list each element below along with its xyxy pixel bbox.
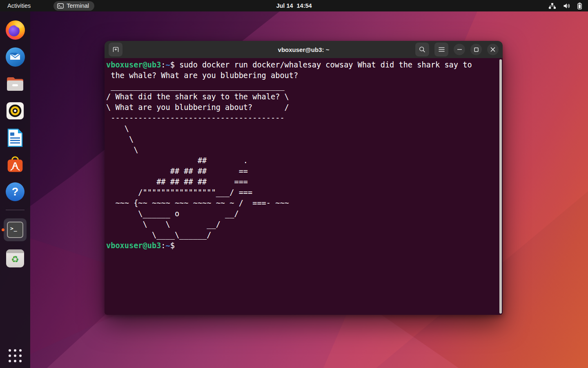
menu-button[interactable]: [434, 43, 448, 56]
files-icon: [6, 76, 24, 92]
minimize-icon: [457, 49, 462, 50]
dock-item-help[interactable]: ?: [0, 182, 30, 202]
focused-app-menu[interactable]: Terminal: [53, 1, 94, 11]
terminal-prompt-glyph: >_: [7, 222, 23, 238]
dock-item-trash[interactable]: ♻: [0, 249, 30, 268]
maximize-icon: [474, 47, 479, 52]
command-line-2: the whale? What are you blubbering about…: [106, 70, 498, 81]
command-line-1: vboxuser@ub3:~$ sudo docker run docker/w…: [106, 60, 498, 70]
command-text-wrapped: the whale? What are you blubbering about…: [106, 71, 298, 80]
dock-item-ubuntu-software[interactable]: A: [0, 155, 30, 175]
prompt-user-host: vboxuser@ub3: [106, 241, 161, 250]
maximize-button[interactable]: [470, 44, 482, 55]
terminal-scrollbar[interactable]: [499, 59, 502, 314]
prompt-path: ~: [166, 61, 170, 69]
prompt-symbol: $: [170, 241, 179, 250]
ubuntu-software-icon: A: [6, 155, 24, 174]
rhythmbox-icon: [6, 101, 24, 120]
new-tab-button[interactable]: [109, 43, 122, 56]
thunderbird-icon: [6, 47, 25, 67]
focused-app-label: Terminal: [67, 2, 89, 9]
prompt-line-end: vboxuser@ub3:~$: [106, 240, 498, 251]
volume-icon[interactable]: [563, 3, 570, 9]
terminal-app-icon: [57, 3, 64, 9]
terminal-window: vboxuser@ub3: ~ vboxuser: [105, 41, 503, 315]
battery-icon[interactable]: [577, 2, 582, 9]
new-tab-icon: [112, 46, 119, 53]
window-title: vboxuser@ub3: ~: [278, 46, 330, 53]
search-icon: [419, 46, 425, 53]
network-icon[interactable]: [548, 3, 556, 9]
terminal-output: vboxuser@ub3:~$ sudo docker run docker/w…: [106, 60, 498, 251]
dock-item-files[interactable]: [0, 74, 30, 94]
clock-time: 14:54: [297, 2, 312, 9]
show-applications-button[interactable]: [9, 349, 22, 362]
help-question-glyph: ?: [12, 186, 19, 198]
terminal-icon: >_: [4, 218, 27, 241]
prompt-colon: :: [161, 241, 165, 250]
help-icon: ?: [6, 182, 24, 201]
dock-item-thunderbird[interactable]: [0, 47, 30, 67]
prompt-user-host: vboxuser@ub3: [106, 61, 161, 69]
minimize-button[interactable]: [454, 44, 465, 55]
command-text: $ sudo docker run docker/whalesay cowsay…: [170, 61, 472, 69]
prompt-path: ~: [166, 241, 170, 250]
running-indicator-dot: [2, 229, 4, 231]
dock-item-firefox[interactable]: [0, 20, 30, 40]
system-tray[interactable]: [542, 0, 588, 11]
prompt-colon: :: [161, 61, 165, 69]
desktop: Activities Terminal Jul 14 14:54: [0, 0, 588, 368]
libreoffice-writer-icon: [7, 128, 23, 147]
recycle-glyph: ♻: [11, 255, 19, 264]
clock-date: Jul 14: [276, 2, 293, 9]
search-button[interactable]: [415, 43, 429, 56]
trash-icon: ♻: [6, 249, 24, 267]
terminal-content-area[interactable]: vboxuser@ub3:~$ sudo docker run docker/w…: [105, 58, 503, 315]
software-letter: A: [12, 160, 18, 170]
dock-item-libreoffice-writer[interactable]: [0, 128, 30, 148]
firefox-icon: [6, 20, 25, 40]
dock-separator: [6, 210, 24, 210]
top-bar: Activities Terminal Jul 14 14:54: [0, 0, 588, 11]
dock-item-terminal[interactable]: >_: [0, 218, 30, 241]
close-button[interactable]: [487, 44, 499, 55]
window-titlebar[interactable]: vboxuser@ub3: ~: [105, 41, 503, 58]
cowsay-ascii-art: ______________________________________ /…: [106, 82, 289, 239]
cowsay-output: ______________________________________ /…: [106, 81, 498, 240]
clock-button[interactable]: Jul 14 14:54: [276, 2, 312, 9]
dock: A ? >_ ♻: [0, 11, 30, 368]
hamburger-menu-icon: [439, 47, 445, 52]
dock-item-rhythmbox[interactable]: [0, 101, 30, 121]
close-icon: [490, 47, 495, 52]
activities-button[interactable]: Activities: [0, 0, 38, 11]
